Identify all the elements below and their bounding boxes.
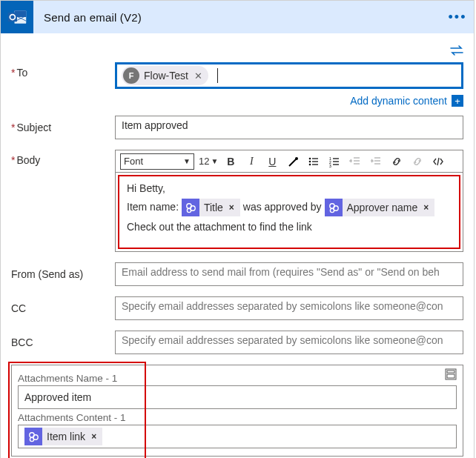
svg-point-13 [187, 208, 191, 212]
add-dynamic-content-button[interactable]: + [452, 95, 463, 107]
font-size-select[interactable]: 12▼ [199, 156, 218, 167]
svg-point-5 [309, 157, 311, 159]
body-textarea[interactable]: Hi Betty, Item name: Title × was approve… [118, 175, 460, 249]
body-label: *Body [11, 150, 115, 166]
avatar: F [123, 67, 139, 84]
svg-point-6 [309, 160, 311, 162]
attachments-section: Attachments Name - 1 Approved item Attac… [11, 365, 463, 457]
sharepoint-token-icon [24, 428, 42, 445]
code-view-button[interactable] [430, 153, 446, 170]
outdent-button[interactable] [347, 153, 363, 170]
bcc-input[interactable]: Specify email addresses separated by sem… [115, 331, 463, 354]
unlink-button[interactable] [409, 153, 426, 170]
dynamic-token-title: Title × [182, 199, 240, 216]
svg-text:3: 3 [329, 164, 331, 167]
add-dynamic-content-link[interactable]: Add dynamic content [350, 95, 447, 107]
svg-point-7 [309, 163, 311, 165]
card-menu-button[interactable]: ••• [441, 10, 474, 25]
remove-token-button[interactable]: × [422, 202, 430, 213]
svg-rect-19 [447, 374, 454, 378]
body-line: Hi Betty, [127, 182, 452, 194]
remove-token-button[interactable]: × [90, 431, 98, 442]
dynamic-token-approver: Approver name × [325, 199, 435, 216]
bcc-label: BCC [11, 336, 115, 348]
attach-name-label: Attachments Name - 1 [18, 373, 457, 384]
dynamic-token-itemlink: Item link × [24, 428, 102, 445]
subject-label: *Subject [11, 122, 115, 133]
from-input[interactable]: Email address to send mail from (require… [115, 262, 463, 286]
sharepoint-token-icon [182, 199, 199, 216]
body-editor: Font▼ 12▼ B I U [115, 150, 463, 252]
svg-point-4 [295, 157, 298, 160]
attachment-name-input[interactable]: Approved item [18, 385, 457, 409]
body-line: Item name: Title × was approved by [127, 199, 452, 216]
rich-text-toolbar: Font▼ 12▼ B I U [116, 150, 463, 173]
action-card: Send an email (V2) ••• *To F Flow-Test ✕ [0, 0, 475, 458]
link-button[interactable] [389, 153, 405, 170]
bold-button[interactable]: B [222, 153, 239, 170]
svg-point-16 [330, 208, 334, 212]
cc-label: CC [11, 302, 115, 314]
to-label: *To [11, 62, 115, 79]
outlook-icon [1, 1, 33, 33]
sharepoint-token-icon [325, 199, 343, 216]
color-button[interactable] [285, 153, 301, 170]
underline-button[interactable]: U [264, 153, 280, 170]
to-input[interactable]: F Flow-Test ✕ [115, 62, 463, 89]
indent-button[interactable] [368, 153, 384, 170]
contact-chip: F Flow-Test ✕ [122, 66, 208, 85]
cc-input[interactable]: Specify email addresses separated by sem… [115, 296, 463, 320]
body-line: Check out the attachment to find the lin… [127, 221, 452, 233]
attach-content-label: Attachments Content - 1 [18, 412, 457, 423]
attachment-content-input[interactable]: Item link × [18, 425, 457, 448]
card-header: Send an email (V2) ••• [1, 1, 474, 33]
subject-input[interactable]: Item approved [115, 116, 463, 139]
svg-point-22 [30, 437, 33, 441]
bullet-list-button[interactable] [305, 153, 322, 170]
remove-contact-button[interactable]: ✕ [193, 70, 204, 82]
italic-button[interactable]: I [243, 153, 260, 170]
switch-to-array-button[interactable] [445, 368, 457, 382]
font-select[interactable]: Font▼ [120, 153, 194, 170]
swap-icon[interactable] [450, 45, 463, 58]
card-title: Send an email (V2) [33, 11, 441, 24]
from-label: From (Send as) [11, 268, 115, 280]
number-list-button[interactable]: 123 [326, 153, 343, 170]
contact-name: Flow-Test [144, 70, 188, 82]
svg-rect-18 [447, 371, 454, 373]
remove-token-button[interactable]: × [228, 202, 236, 213]
text-caret [217, 68, 218, 83]
